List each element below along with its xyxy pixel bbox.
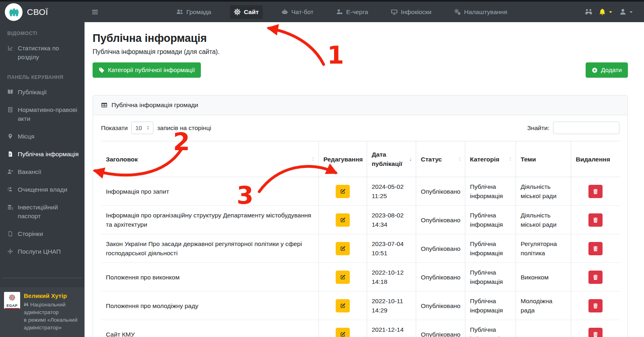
delete-button[interactable]: [588, 299, 603, 312]
table-row: Положення про виконком2022-10-1214:18Опу…: [101, 263, 620, 292]
delete-button[interactable]: [588, 185, 603, 198]
edit-button[interactable]: [336, 299, 350, 312]
delete-button[interactable]: [588, 328, 603, 337]
nav-item-5[interactable]: Інфокіоски: [387, 5, 436, 19]
nav-item-label: Громада: [186, 8, 211, 16]
user-plus-icon: [7, 169, 13, 175]
egap-logo-text: EGAP: [5, 304, 19, 308]
categories-button[interactable]: Категорії публічної інформації: [93, 62, 201, 78]
row-category: Публічна інформація: [465, 263, 516, 292]
nav-item-6[interactable]: Налаштування: [450, 5, 511, 19]
top-navbar: СВОЇ ГромадаСайтЧат-ботЕ-чергаІнфокіоски…: [0, 2, 644, 22]
column-header-4[interactable]: Статус: [416, 141, 465, 177]
sort-icon: [457, 156, 462, 162]
sort-icon: [310, 156, 316, 162]
edit-button[interactable]: [336, 185, 350, 198]
row-delete-cell: [571, 292, 620, 320]
sidebar-item-8[interactable]: Вакансії: [0, 163, 85, 181]
row-publish-date: 2021-12-1415:15: [367, 320, 416, 337]
column-header-6: Теми: [516, 141, 571, 177]
edit-button[interactable]: [336, 271, 350, 284]
row-status: Опубліковано: [416, 177, 465, 206]
column-label: Категорія: [470, 156, 500, 163]
row-topic: Діяльність міської ради: [516, 206, 571, 234]
row-title: Положення про виконком: [101, 263, 318, 292]
sidebar-item-12[interactable]: Послуги ЦНАП: [0, 243, 85, 261]
row-category: Публічна інформація: [465, 292, 516, 320]
add-button[interactable]: Додати: [586, 62, 628, 78]
chart-icon: [7, 45, 13, 51]
row-topic: Виконком: [516, 263, 571, 292]
sidebar-item-2[interactable]: Статистика по розділу: [0, 39, 85, 66]
date-value: 2023-08-02: [372, 211, 411, 220]
edit-button[interactable]: [336, 242, 350, 255]
caret-down-icon: [608, 10, 613, 14]
sidebar-item-6[interactable]: Місця: [0, 128, 85, 145]
date-value: 2023-07-04: [372, 239, 411, 248]
sidebar-item-5[interactable]: Нормативно-правові акти: [0, 101, 85, 128]
time-value: 15:15: [372, 334, 411, 337]
sidebar-item-11[interactable]: Сторінки: [0, 225, 85, 243]
users-icon: [176, 8, 183, 15]
nav-item-1[interactable]: Громада: [172, 5, 215, 19]
date-value: 2022-10-11: [372, 296, 411, 306]
table-icon: [101, 102, 107, 108]
time-value: 14:29: [372, 306, 411, 315]
pencil-square-icon: [340, 188, 346, 194]
sidebar-user-block[interactable]: EGAP Великий Хутір Національний адмініст…: [0, 287, 85, 337]
sidebar-item-label: Нормативно-правові акти: [18, 105, 80, 123]
page-size-select[interactable]: 10: [131, 122, 153, 134]
column-header-5[interactable]: Категорія: [465, 141, 516, 177]
brand[interactable]: СВОЇ: [0, 3, 85, 21]
monitor-icon: [391, 8, 398, 15]
main-content: Публічна інформація Публічна інформація …: [85, 22, 644, 337]
column-header-3[interactable]: Дата публікації: [367, 141, 416, 177]
user-role: Національний адміністратор: [24, 301, 80, 316]
edit-button[interactable]: [336, 328, 350, 337]
trash-icon: [592, 331, 599, 337]
sidebar-toggle-icon[interactable]: [91, 8, 99, 16]
partners-icon: [24, 302, 29, 307]
partners-icon[interactable]: [585, 8, 592, 16]
delete-button[interactable]: [588, 242, 603, 255]
row-delete-cell: [571, 177, 620, 206]
records-label: записів на сторінці: [157, 124, 211, 132]
column-label: Статус: [421, 156, 442, 163]
user-icon: [619, 8, 627, 16]
row-topic: Діяльність міської ради: [516, 177, 571, 206]
nav-item-label: Е-черга: [346, 8, 368, 16]
row-title: Положення про молодіжну раду: [101, 292, 318, 320]
notifications-menu[interactable]: [599, 8, 613, 16]
sidebar-item-7[interactable]: Публічна інформація: [0, 145, 85, 163]
sidebar-item-9[interactable]: Очищення влади: [0, 181, 85, 198]
delete-button[interactable]: [588, 213, 603, 227]
delete-button[interactable]: [588, 271, 603, 284]
sidebar-item-4[interactable]: Публікації: [0, 83, 85, 101]
row-delete-cell: [571, 234, 620, 263]
account-menu[interactable]: [619, 8, 634, 16]
row-status: Опубліковано: [416, 206, 465, 234]
sort-desc-icon: [408, 156, 413, 162]
sidebar-item-label: Послуги ЦНАП: [18, 247, 61, 256]
column-header-1[interactable]: Заголовок: [101, 141, 318, 177]
svoi-logo-icon: [5, 3, 23, 21]
page-subtitle: Публічна інформація громади (для сайта).: [93, 48, 628, 56]
table-row: Положення про молодіжну раду2022-10-1114…: [101, 292, 620, 320]
row-publish-date: 2022-10-1114:29: [367, 292, 416, 320]
edit-button[interactable]: [336, 213, 350, 227]
clean-icon: [7, 186, 13, 192]
column-label: Дата публікації: [372, 151, 402, 167]
search-input[interactable]: [553, 122, 619, 134]
nav-item-3[interactable]: Чат-бот: [277, 5, 318, 19]
sidebar-section-label: ВІДОМОСТІ: [0, 22, 85, 39]
sort-icon: [508, 156, 513, 162]
robot-icon: [281, 8, 288, 15]
pencil-square-icon: [340, 217, 346, 223]
nav-item-4[interactable]: Е-черга: [332, 5, 372, 19]
table-body: Інформація про запит2024-05-0211:25Опубл…: [101, 177, 620, 337]
sidebar-item-label: Сторінки: [18, 229, 43, 238]
pin-icon: [7, 133, 13, 139]
sidebar-item-10[interactable]: Інвестиційний паспорт: [0, 198, 85, 225]
tag-icon: [99, 67, 105, 73]
nav-item-2[interactable]: Сайт: [230, 5, 263, 19]
